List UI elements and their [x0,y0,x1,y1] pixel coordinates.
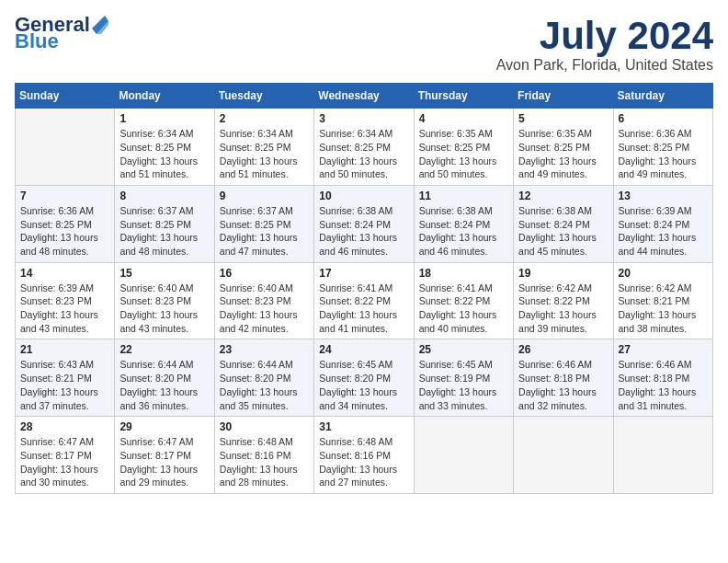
title-section: July 2024 Avon Park, Florida, United Sta… [496,15,713,74]
day-number: 4 [419,112,508,125]
day-info: Sunrise: 6:36 AMSunset: 8:25 PMDaylight:… [20,204,109,259]
day-info: Sunrise: 6:35 AMSunset: 8:25 PMDaylight:… [518,127,608,181]
weekday-header: Tuesday [214,84,313,109]
logo-text-blue: Blue [15,31,59,52]
day-number: 16 [220,267,309,280]
day-number: 26 [518,343,608,356]
weekday-header: Saturday [613,84,712,109]
day-info: Sunrise: 6:44 AMSunset: 8:20 PMDaylight:… [220,358,309,412]
calendar-day-cell: 25Sunrise: 6:45 AMSunset: 8:19 PMDayligh… [414,339,513,417]
calendar-day-cell: 12Sunrise: 6:38 AMSunset: 8:24 PMDayligh… [514,185,613,262]
day-info: Sunrise: 6:39 AMSunset: 8:24 PMDaylight:… [619,204,708,259]
day-number: 14 [20,267,109,280]
calendar-day-cell: 29Sunrise: 6:47 AMSunset: 8:17 PMDayligh… [115,417,214,494]
calendar-week-row: 14Sunrise: 6:39 AMSunset: 8:23 PMDayligh… [16,262,713,339]
day-info: Sunrise: 6:41 AMSunset: 8:22 PMDaylight:… [319,282,408,336]
day-number: 10 [319,190,408,202]
calendar-day-cell: 2Sunrise: 6:34 AMSunset: 8:25 PMDaylight… [214,109,313,186]
day-number: 13 [619,190,708,202]
day-info: Sunrise: 6:43 AMSunset: 8:21 PMDaylight:… [20,358,109,412]
calendar-day-cell: 31Sunrise: 6:48 AMSunset: 8:16 PMDayligh… [314,417,414,494]
day-number: 29 [119,420,209,433]
calendar-day-cell: 22Sunrise: 6:44 AMSunset: 8:20 PMDayligh… [115,339,214,417]
day-info: Sunrise: 6:46 AMSunset: 8:18 PMDaylight:… [518,358,608,412]
day-number: 24 [319,343,408,356]
day-info: Sunrise: 6:45 AMSunset: 8:20 PMDaylight:… [319,358,408,412]
day-info: Sunrise: 6:37 AMSunset: 8:25 PMDaylight:… [220,204,309,259]
day-info: Sunrise: 6:37 AMSunset: 8:25 PMDaylight:… [119,204,209,259]
calendar-day-cell: 6Sunrise: 6:36 AMSunset: 8:25 PMDaylight… [613,109,712,186]
weekday-header: Sunday [16,84,115,109]
day-info: Sunrise: 6:42 AMSunset: 8:22 PMDaylight:… [518,282,608,336]
day-info: Sunrise: 6:39 AMSunset: 8:23 PMDaylight:… [20,282,109,336]
calendar-day-cell: 30Sunrise: 6:48 AMSunset: 8:16 PMDayligh… [214,417,313,494]
calendar-week-row: 1Sunrise: 6:34 AMSunset: 8:25 PMDaylight… [16,109,713,186]
day-number: 3 [319,112,408,125]
day-number: 9 [220,190,309,202]
calendar-day-cell [514,417,613,494]
calendar-title: July 2024 [496,15,713,57]
day-info: Sunrise: 6:41 AMSunset: 8:22 PMDaylight:… [419,282,508,336]
day-number: 7 [20,190,109,202]
calendar-day-cell: 15Sunrise: 6:40 AMSunset: 8:23 PMDayligh… [115,262,214,339]
calendar-day-cell [613,417,712,494]
day-info: Sunrise: 6:38 AMSunset: 8:24 PMDaylight:… [319,204,408,259]
calendar-week-row: 21Sunrise: 6:43 AMSunset: 8:21 PMDayligh… [16,339,713,417]
calendar-day-cell: 19Sunrise: 6:42 AMSunset: 8:22 PMDayligh… [514,262,613,339]
day-number: 8 [119,190,209,202]
calendar-day-cell [414,417,513,494]
calendar-day-cell: 5Sunrise: 6:35 AMSunset: 8:25 PMDaylight… [514,109,613,186]
calendar-day-cell: 8Sunrise: 6:37 AMSunset: 8:25 PMDaylight… [115,185,214,262]
calendar-day-cell: 20Sunrise: 6:42 AMSunset: 8:21 PMDayligh… [613,262,712,339]
day-info: Sunrise: 6:38 AMSunset: 8:24 PMDaylight:… [419,204,508,259]
calendar-day-cell: 3Sunrise: 6:34 AMSunset: 8:25 PMDaylight… [314,109,414,186]
day-number: 28 [20,420,109,433]
day-number: 23 [220,343,309,356]
calendar-subtitle: Avon Park, Florida, United States [496,57,713,74]
calendar-table: SundayMondayTuesdayWednesdayThursdayFrid… [15,83,713,494]
calendar-day-cell: 9Sunrise: 6:37 AMSunset: 8:25 PMDaylight… [214,185,313,262]
day-info: Sunrise: 6:48 AMSunset: 8:16 PMDaylight:… [319,435,408,489]
day-number: 19 [518,267,608,280]
calendar-day-cell: 23Sunrise: 6:44 AMSunset: 8:20 PMDayligh… [214,339,313,417]
logo: General Blue [15,15,108,52]
day-info: Sunrise: 6:47 AMSunset: 8:17 PMDaylight:… [20,435,109,489]
weekday-header: Wednesday [314,84,414,109]
calendar-day-cell: 4Sunrise: 6:35 AMSunset: 8:25 PMDaylight… [414,109,513,186]
calendar-day-cell: 24Sunrise: 6:45 AMSunset: 8:20 PMDayligh… [314,339,414,417]
day-number: 6 [619,112,708,125]
day-number: 21 [20,343,109,356]
day-number: 5 [518,112,608,125]
day-number: 17 [319,267,408,280]
day-info: Sunrise: 6:34 AMSunset: 8:25 PMDaylight:… [319,127,408,181]
day-info: Sunrise: 6:42 AMSunset: 8:21 PMDaylight:… [619,282,708,336]
weekday-header: Friday [514,84,613,109]
day-number: 18 [419,267,508,280]
calendar-day-cell: 18Sunrise: 6:41 AMSunset: 8:22 PMDayligh… [414,262,513,339]
calendar-day-cell: 7Sunrise: 6:36 AMSunset: 8:25 PMDaylight… [16,185,115,262]
calendar-day-cell: 1Sunrise: 6:34 AMSunset: 8:25 PMDaylight… [115,109,214,186]
day-number: 20 [619,267,708,280]
day-info: Sunrise: 6:36 AMSunset: 8:25 PMDaylight:… [619,127,708,181]
calendar-week-row: 28Sunrise: 6:47 AMSunset: 8:17 PMDayligh… [16,417,713,494]
logo-triangle-icon [92,16,108,34]
day-number: 30 [220,420,309,433]
day-info: Sunrise: 6:44 AMSunset: 8:20 PMDaylight:… [119,358,209,412]
day-number: 25 [419,343,508,356]
calendar-day-cell: 27Sunrise: 6:46 AMSunset: 8:18 PMDayligh… [613,339,712,417]
day-number: 2 [220,112,309,125]
day-number: 12 [518,190,608,202]
day-info: Sunrise: 6:34 AMSunset: 8:25 PMDaylight:… [220,127,309,181]
day-info: Sunrise: 6:46 AMSunset: 8:18 PMDaylight:… [619,358,708,412]
calendar-day-cell: 17Sunrise: 6:41 AMSunset: 8:22 PMDayligh… [314,262,414,339]
weekday-header: Monday [115,84,214,109]
calendar-day-cell [16,109,115,186]
day-number: 22 [119,343,209,356]
day-info: Sunrise: 6:45 AMSunset: 8:19 PMDaylight:… [419,358,508,412]
day-info: Sunrise: 6:35 AMSunset: 8:25 PMDaylight:… [419,127,508,181]
day-info: Sunrise: 6:40 AMSunset: 8:23 PMDaylight:… [220,282,309,336]
calendar-day-cell: 11Sunrise: 6:38 AMSunset: 8:24 PMDayligh… [414,185,513,262]
day-info: Sunrise: 6:47 AMSunset: 8:17 PMDaylight:… [119,435,209,489]
day-number: 1 [119,112,209,125]
page-header: General Blue July 2024 Avon Park, Florid… [15,15,713,74]
